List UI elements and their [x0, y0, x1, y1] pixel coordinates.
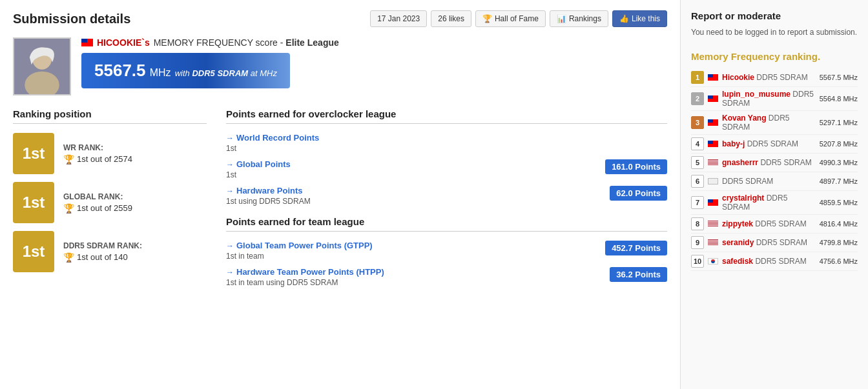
rank-mhz: 5207.8 MHz — [820, 140, 858, 148]
rank-user-info: zippytek DDR5 SDRAM — [722, 219, 816, 228]
page-title: Submission details — [13, 12, 130, 26]
rank-item-ddr5: 1st DDR5 SDRAM RANK: 🏆 1st out of 140 — [13, 231, 207, 272]
rankings-button[interactable]: 📊 Rankings — [550, 10, 608, 27]
score-box: 5567.5 MHz with DDR5 SDRAM at MHz — [81, 53, 290, 88]
report-text: You need to be logged in to report a sub… — [691, 26, 858, 38]
points-htpp-link[interactable]: Hardware Team Power Points (HTPP) — [226, 267, 384, 277]
header-actions: 17 Jan 2023 26 likes 🏆 Hall of Fame 📊 Ra… — [370, 10, 667, 27]
score-value: 5567.5 — [94, 61, 146, 80]
rank-number: 4 — [691, 137, 704, 150]
rank-user-spec: DDR5 SDRAM — [756, 238, 807, 247]
rank-user-spec: DDR5 SDRAM — [756, 73, 807, 82]
rank-label-ddr5: DDR5 SDRAM RANK: — [63, 241, 142, 250]
rank-number: 7 — [691, 196, 704, 209]
points-gtpp-left: Global Team Power Points (GTPP) 1st in t… — [226, 241, 373, 261]
rank-value-global: 🏆 1st out of 2559 — [63, 203, 132, 214]
points-row-global: Global Points 1st 161.0 Points — [226, 159, 667, 179]
rank-info-wr: WR RANK: 🏆 1st out of 2574 — [63, 143, 132, 165]
username: HICOOKIE`s — [97, 37, 150, 48]
rank-user-name: Hicookie — [722, 73, 754, 82]
sidebar-ranking-title: Memory Frequency ranking. — [691, 51, 858, 62]
hof-button[interactable]: 🏆 Hall of Fame — [475, 10, 546, 27]
ranking-list-item[interactable]: 1 Hicookie DDR5 SDRAM 5567.5 MHz — [691, 68, 858, 87]
rank-user-info: crystalright DDR5 SDRAM — [722, 194, 816, 212]
rank-info-global: GLOBAL RANK: 🏆 1st out of 2559 — [63, 192, 132, 214]
report-title: Report or moderate — [691, 10, 858, 21]
ranking-list-item[interactable]: 4 baby-j DDR5 SDRAM 5207.8 MHz — [691, 135, 858, 154]
ranking-list-item[interactable]: 7 crystalright DDR5 SDRAM 4859.5 MHz — [691, 191, 858, 215]
rank-user-name: seranidy — [722, 238, 754, 247]
rank-user-spec: DDR5 SDRAM — [760, 158, 811, 167]
submission-name: HICOOKIE`s MEMORY FREQUENCY score - Elit… — [81, 37, 667, 48]
rank-user-info: baby-j DDR5 SDRAM — [722, 139, 816, 148]
likes-button[interactable]: 26 likes — [431, 10, 471, 27]
points-team: Points earned for team league Global Tea… — [226, 216, 667, 287]
flag-taiwan — [81, 39, 93, 46]
sidebar: Report or moderate You need to be logged… — [681, 0, 868, 389]
flag-us — [708, 159, 718, 166]
ranking-list-item[interactable]: 6 DDR5 SDRAM 4897.7 MHz — [691, 172, 858, 191]
rank-number: 8 — [691, 217, 704, 230]
points-hw-sub: 1st using DDR5 SDRAM — [226, 197, 311, 206]
points-hw-left: Hardware Points 1st using DDR5 SDRAM — [226, 186, 311, 206]
points-htpp-left: Hardware Team Power Points (HTPP) 1st in… — [226, 267, 384, 287]
rank-mhz: 5567.5 MHz — [820, 74, 858, 81]
rank-user-spec: DDR5 SDRAM — [755, 257, 806, 266]
rank-user-spec: DDR5 SDRAM — [722, 177, 773, 186]
ranking-list-item[interactable]: 2 lupin_no_musume DDR5 SDRAM 5564.8 MHz — [691, 87, 858, 111]
flag-taiwan — [708, 74, 718, 81]
rank-number: 9 — [691, 236, 704, 249]
ranking-title: Ranking position — [13, 108, 207, 124]
points-overclocker-title: Points earned for overclocker league — [226, 108, 667, 124]
ranking-list-item[interactable]: 8 zippytek DDR5 SDRAM 4816.4 MHz — [691, 215, 858, 234]
ranking-list-item[interactable]: 3 Kovan Yang DDR5 SDRAM 5297.1 MHz — [691, 111, 858, 135]
date-button[interactable]: 17 Jan 2023 — [370, 10, 427, 27]
rank-user-info: DDR5 SDRAM — [722, 177, 816, 186]
points-row-htpp: Hardware Team Power Points (HTPP) 1st in… — [226, 267, 667, 287]
points-global-badge: 161.0 Points — [605, 159, 667, 174]
avatar-image — [14, 39, 70, 94]
rank-mhz: 4897.7 MHz — [820, 177, 858, 185]
rank-mhz: 5564.8 MHz — [820, 95, 858, 103]
points-gtpp-link[interactable]: Global Team Power Points (GTPP) — [226, 241, 373, 250]
ranking-list-item[interactable]: 9 seranidy DDR5 SDRAM 4799.8 MHz — [691, 234, 858, 252]
points-htpp-sub: 1st in team using DDR5 SDRAM — [226, 278, 384, 287]
thumbs-up-icon: 👍 — [619, 14, 629, 23]
flag-taiwan — [708, 119, 718, 126]
points-row-gtpp: Global Team Power Points (GTPP) 1st in t… — [226, 241, 667, 261]
points-wr-left: World Record Points 1st — [226, 133, 319, 153]
points-hw-link[interactable]: Hardware Points — [226, 186, 311, 195]
page-header: Submission details 17 Jan 2023 26 likes … — [13, 10, 667, 27]
rank-number: 3 — [691, 116, 704, 129]
rank-value-wr: 🏆 1st out of 2574 — [63, 154, 132, 165]
score-with: with DDR5 SDRAM at MHz — [175, 68, 277, 78]
chart-icon: 📊 — [557, 14, 566, 23]
points-gtpp-sub: 1st in team — [226, 252, 373, 261]
flag-us — [708, 239, 718, 246]
trophy-icon: 🏆 — [482, 14, 492, 23]
rank-user-name: baby-j — [722, 139, 745, 148]
rank-mhz: 4756.6 MHz — [820, 257, 858, 265]
rank-user-spec: DDR5 SDRAM — [747, 139, 798, 148]
rank-user-info: lupin_no_musume DDR5 SDRAM — [722, 90, 816, 108]
points-team-title: Points earned for team league — [226, 216, 667, 232]
avatar — [13, 37, 71, 95]
rank-label-global: GLOBAL RANK: — [63, 192, 132, 201]
flag-kr — [708, 258, 718, 264]
rank-user-name: lupin_no_musume — [722, 90, 790, 99]
ranking-list-item[interactable]: 10 safedisk DDR5 SDRAM 4756.6 MHz — [691, 252, 858, 271]
rank-number: 1 — [691, 71, 704, 84]
points-global-sub: 1st — [226, 170, 291, 179]
rank-badge-wr: 1st — [13, 133, 54, 174]
points-global-left: Global Points 1st — [226, 159, 291, 179]
ranking-list-item[interactable]: 5 gnasherrr DDR5 SDRAM 4990.3 MHz — [691, 154, 858, 172]
like-button[interactable]: 👍 Like this — [612, 10, 667, 27]
rank-mhz: 4859.5 MHz — [820, 199, 858, 206]
rank-number: 10 — [691, 255, 704, 268]
flag-taiwan — [708, 199, 718, 206]
rank-user-name: Kovan Yang — [722, 114, 766, 123]
points-wr-link[interactable]: World Record Points — [226, 133, 319, 143]
trophy-icon-ddr5: 🏆 — [63, 252, 74, 263]
rank-number: 6 — [691, 175, 704, 188]
points-global-link[interactable]: Global Points — [226, 159, 291, 169]
